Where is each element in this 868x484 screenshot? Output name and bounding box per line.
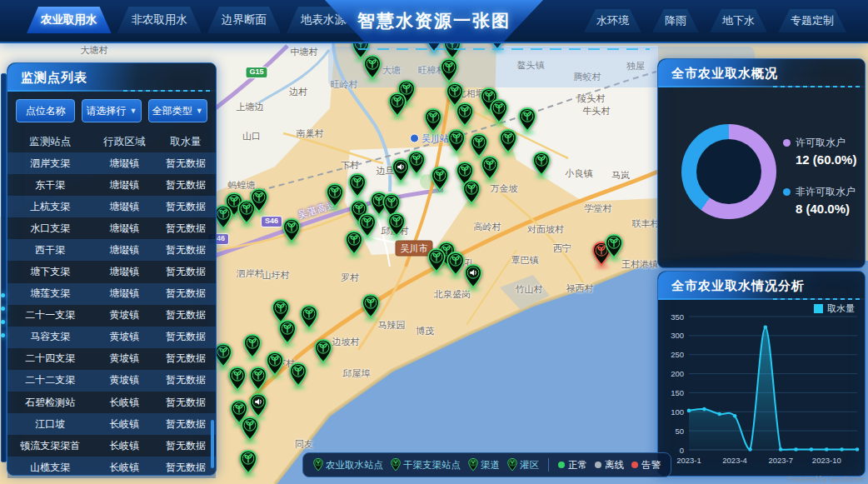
table-row[interactable]: 泗岸支渠塘㙍镇暂无数据 (7, 152, 216, 174)
map-marker-station[interactable] (300, 305, 319, 330)
map-marker-station[interactable] (532, 152, 551, 177)
map-marker-station[interactable] (266, 352, 285, 377)
cell-region: 塘㙍镇 (92, 157, 156, 171)
map-place-label: 陵头村 (578, 92, 606, 105)
map-marker-station[interactable] (314, 339, 333, 364)
table-row[interactable]: 马容支渠黄坡镇暂无数据 (7, 327, 216, 348)
map-marker-station[interactable] (447, 129, 466, 154)
region-select[interactable]: 请选择行 ▼ (82, 99, 141, 122)
map-marker-station[interactable] (348, 173, 367, 198)
table-row[interactable]: 西干渠塘㙍镇暂无数据 (7, 239, 216, 261)
svg-text:250: 250 (671, 350, 684, 359)
map-marker-station[interactable] (387, 212, 407, 237)
nav-tab-right-1[interactable]: 降雨 (652, 9, 699, 32)
map-marker-station[interactable] (243, 334, 262, 359)
map-marker-station[interactable] (446, 252, 466, 277)
donut-legend-item-0: 许可取水户12 (60.0%) (783, 136, 862, 167)
map-place-label: 同友 (295, 438, 313, 451)
cell-region: 塘㙍镇 (92, 287, 156, 301)
nav-tab-left-0[interactable]: 农业取用水 (27, 7, 112, 33)
map-marker-station[interactable] (456, 102, 475, 127)
table-scrollbar[interactable] (211, 420, 214, 468)
map-marker-station[interactable] (605, 234, 624, 259)
map-marker-station[interactable] (427, 248, 446, 273)
map-marker-station[interactable] (424, 108, 443, 133)
cell-amount: 暂无数据 (156, 396, 216, 410)
point-name-button[interactable]: 点位名称 (16, 99, 75, 122)
map-marker-station[interactable] (228, 367, 247, 392)
donut-legend-value: 12 (60.0%) (796, 152, 862, 167)
table-row[interactable]: 东干渠塘㙍镇暂无数据 (7, 174, 216, 196)
map-place-label: 禄西村 (566, 282, 594, 295)
map-marker-broadcast[interactable] (464, 264, 483, 289)
table-row[interactable]: 顿流支渠渠首长岐镇暂无数据 (7, 435, 216, 457)
map-marker-station[interactable] (481, 156, 500, 181)
cell-station: 二十二支渠 (7, 373, 92, 387)
map-legend-bar: 农业取水站点干渠支渠站点渠道灌区正常离线告警 (302, 452, 671, 477)
table-row[interactable]: 二十一支渠黄坡镇暂无数据 (7, 305, 216, 327)
nav-tab-right-0[interactable]: 水环境 (584, 9, 641, 32)
table-row[interactable]: 上杭支渠塘㙍镇暂无数据 (7, 196, 216, 217)
map-marker-station[interactable] (518, 107, 537, 132)
map-place-label: 小良镇 (566, 167, 593, 180)
map-place-label: 竹山村 (516, 283, 543, 296)
nav-tab-right-2[interactable]: 地下水 (710, 9, 767, 32)
cell-station: 泗岸支渠 (7, 157, 92, 171)
map-place-label: 西宁 (553, 242, 571, 255)
table-row[interactable]: 二十二支渠黄坡镇暂无数据 (7, 370, 216, 392)
map-marker-station[interactable] (490, 99, 509, 124)
map-marker-station[interactable] (363, 55, 382, 80)
map-marker-station[interactable] (470, 133, 489, 158)
table-row[interactable]: 石碧检测站长岐镇暂无数据 (7, 392, 216, 413)
map-place-label: 罗村 (341, 272, 359, 284)
table-row[interactable]: 江口坡长岐镇暂无数据 (7, 413, 216, 435)
map-marker-station[interactable] (289, 362, 308, 387)
table-row[interactable]: 水口支渠塘㙍镇暂无数据 (7, 217, 216, 239)
cell-station: 塘莲支渠 (7, 287, 92, 301)
svg-text:200: 200 (671, 369, 684, 378)
nav-tabs-left: 农业取用水非农取用水边界断面地表水源地 (27, 7, 372, 33)
map-marker-station[interactable] (249, 367, 268, 392)
map-marker-station[interactable] (345, 231, 364, 256)
cell-amount: 暂无数据 (156, 417, 216, 432)
cell-amount: 暂无数据 (156, 461, 216, 475)
map-marker-station[interactable] (499, 129, 518, 154)
type-select[interactable]: 全部类型 ▼ (148, 99, 207, 122)
nav-tab-left-2[interactable]: 边界断面 (207, 7, 281, 33)
map-place-label: 北泉盛岗 (434, 288, 471, 301)
cell-amount: 暂无数据 (156, 287, 216, 301)
map-marker-station[interactable] (241, 417, 260, 442)
road-badge: G15 (245, 67, 267, 78)
nav-tab-right-3[interactable]: 专题定制 (778, 9, 846, 32)
map-marker-station[interactable] (362, 294, 381, 319)
svg-text:50: 50 (675, 427, 684, 436)
map-marker-broadcast[interactable] (249, 393, 268, 418)
table-row[interactable]: 塘下支渠塘㙍镇暂无数据 (7, 261, 216, 282)
map-marker-station[interactable] (239, 450, 258, 475)
col-station: 监测站点 (7, 135, 92, 149)
status-dot (631, 462, 638, 468)
cell-region: 黄坡镇 (92, 352, 156, 366)
map-marker-station[interactable] (431, 167, 450, 192)
map-marker-broadcast[interactable] (392, 158, 411, 183)
donut-legend-item-1: 非许可取水户8 (40.0%) (783, 185, 862, 216)
map-marker-station[interactable] (440, 58, 459, 83)
map-marker-station[interactable] (462, 180, 481, 205)
svg-text:300: 300 (671, 331, 684, 340)
road-badge: S46 (261, 216, 282, 227)
table-row[interactable]: 二十四支渠黄坡镇暂无数据 (7, 348, 216, 370)
table-row[interactable]: 塘莲支渠塘㙍镇暂无数据 (7, 283, 216, 305)
decorative-dashed-line (358, 48, 650, 50)
powered-by-label: Powered by GeoScene (787, 475, 865, 483)
table-row[interactable]: 山榄支渠长岐镇暂无数据 (7, 457, 216, 478)
map-marker-station[interactable] (282, 218, 302, 243)
cell-amount: 暂无数据 (156, 157, 216, 171)
col-amount: 取水量 (156, 135, 216, 149)
nav-tab-left-1[interactable]: 非农取用水 (117, 7, 202, 33)
region-select-value: 请选择行 (87, 104, 127, 118)
map-marker-station[interactable] (326, 183, 345, 208)
map-marker-station[interactable] (388, 92, 407, 117)
map-marker-station[interactable] (250, 188, 269, 213)
map-place-label: 学堂村 (585, 202, 612, 215)
map-marker-station[interactable] (278, 320, 297, 345)
